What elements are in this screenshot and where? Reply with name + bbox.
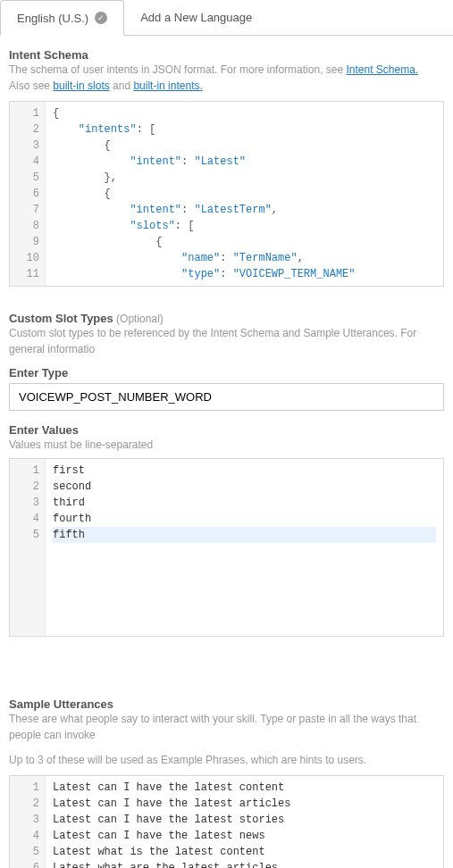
language-tabs: English (U.S.) ✓ Add a New Language	[0, 0, 453, 36]
utterances-desc: These are what people say to interact wi…	[9, 711, 444, 743]
line-gutter: 1234567891011	[10, 102, 46, 286]
intent-schema-link[interactable]: Intent Schema.	[346, 63, 418, 76]
values-content[interactable]: firstsecondthirdfourthfifth	[46, 459, 443, 636]
utterances-section: Sample Utterances These are what people …	[0, 697, 453, 868]
custom-slot-title-row: Custom Slot Types (Optional)	[9, 312, 444, 325]
slot-values-editor[interactable]: 12345 firstsecondthirdfourthfifth	[9, 458, 444, 637]
custom-slot-section: Custom Slot Types (Optional) Custom slot…	[0, 312, 453, 637]
intent-schema-section: Intent Schema The schema of user intents…	[0, 48, 453, 287]
intent-schema-editor[interactable]: 1234567891011 { "intents": [ { "intent":…	[9, 101, 444, 287]
intent-schema-title: Intent Schema	[9, 48, 444, 62]
custom-slot-title: Custom Slot Types	[9, 312, 113, 325]
tab-english-label: English (U.S.)	[17, 12, 88, 25]
desc-text: The schema of user intents in JSON forma…	[9, 63, 346, 76]
slot-type-input[interactable]	[9, 383, 444, 411]
utterances-content[interactable]: Latest can I have the latest contentLate…	[46, 776, 443, 868]
values-desc: Values must be line-separated	[9, 438, 444, 451]
custom-slot-desc: Custom slot types to be referenced by th…	[9, 325, 444, 357]
enter-type-label: Enter Type	[9, 366, 444, 380]
line-gutter: 12345678	[10, 776, 46, 868]
optional-label: (Optional)	[113, 313, 164, 325]
tab-add-language[interactable]: Add a New Language	[124, 0, 268, 35]
utterances-hint: Up to 3 of these will be used as Example…	[9, 752, 444, 768]
enter-values-label: Enter Values	[9, 423, 444, 437]
utterances-editor[interactable]: 12345678 Latest can I have the latest co…	[9, 775, 444, 868]
desc-text2: Also see	[9, 79, 53, 92]
utterances-title: Sample Utterances	[9, 697, 444, 711]
tab-add-label: Add a New Language	[140, 11, 252, 24]
builtin-slots-link[interactable]: built-in slots	[53, 79, 109, 92]
tab-english[interactable]: English (U.S.) ✓	[0, 0, 124, 36]
check-icon: ✓	[95, 12, 107, 24]
intent-schema-desc: The schema of user intents in JSON forma…	[9, 62, 444, 94]
line-gutter: 12345	[10, 459, 46, 636]
builtin-intents-link[interactable]: built-in intents.	[133, 79, 202, 92]
desc-mid: and	[110, 79, 134, 92]
code-content[interactable]: { "intents": [ { "intent": "Latest" }, {…	[46, 102, 443, 286]
